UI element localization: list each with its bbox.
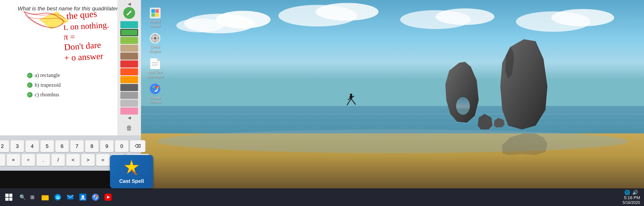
svg-point-7 bbox=[436, 8, 494, 25]
svg-text:+ o answer: + o answer bbox=[64, 51, 104, 63]
star-wand-icon bbox=[124, 159, 140, 175]
key-9[interactable]: 9 bbox=[100, 140, 114, 152]
color-light-gray[interactable] bbox=[120, 100, 138, 107]
new-text-label: New Text Document bbox=[144, 70, 166, 79]
key-multiply[interactable]: × bbox=[6, 154, 20, 166]
taskbar-file-explorer[interactable] bbox=[39, 191, 51, 203]
color-red[interactable] bbox=[120, 60, 138, 67]
clock-date1[interactable]: 5/16/2020 bbox=[622, 200, 640, 205]
desktop-icon-roblox[interactable]: Roblox Studio bbox=[143, 6, 167, 29]
color-scroll-up[interactable]: ◀ bbox=[128, 1, 131, 6]
cast-spell-star-icon bbox=[124, 159, 140, 177]
taskbar-mail[interactable] bbox=[64, 191, 76, 203]
key-less[interactable]: < bbox=[66, 154, 80, 166]
svg-rect-69 bbox=[42, 196, 49, 200]
key-dot[interactable]: . bbox=[36, 154, 50, 166]
key-slash[interactable]: / bbox=[51, 154, 65, 166]
desktop-icon-chrome[interactable]: Google Chrome bbox=[143, 82, 167, 105]
cast-spell-button[interactable]: Cast Spell bbox=[110, 155, 153, 188]
svg-point-15 bbox=[157, 130, 628, 153]
key-6[interactable]: 6 bbox=[55, 140, 69, 152]
taskbar-edge[interactable] bbox=[52, 191, 64, 203]
color-light-green[interactable] bbox=[120, 37, 138, 44]
svg-rect-31 bbox=[150, 8, 160, 18]
svg-text:t. on nothing.: t. on nothing. bbox=[63, 20, 109, 32]
svg-rect-70 bbox=[42, 195, 45, 197]
key-minus[interactable]: - bbox=[0, 154, 5, 166]
chrome-label: Google Chrome bbox=[144, 96, 166, 104]
key-2[interactable]: 2 bbox=[0, 140, 9, 152]
pencil-icon bbox=[126, 10, 132, 16]
key-divide[interactable]: ÷ bbox=[22, 154, 35, 166]
color-tan[interactable] bbox=[120, 45, 138, 52]
taskbar-pinned-icons bbox=[37, 188, 116, 206]
svg-rect-32 bbox=[152, 9, 155, 13]
key-8[interactable]: 8 bbox=[85, 140, 99, 152]
svg-text:✓: ✓ bbox=[28, 83, 31, 87]
svg-point-63 bbox=[27, 92, 32, 97]
question-text: What is the best name for this quadrilat… bbox=[18, 5, 125, 12]
taskbar-clock-area[interactable]: 🌐 🔊 5:16 PM 5/16/2020 bbox=[622, 190, 644, 205]
drawing-area[interactable]: What is the best name for this quadrilat… bbox=[0, 0, 141, 135]
svg-text:π =: π = bbox=[64, 32, 75, 41]
svg-marker-44 bbox=[157, 58, 160, 61]
clock-time[interactable]: 5:16 PM bbox=[624, 195, 640, 200]
new-text-icon bbox=[149, 58, 161, 69]
color-scroll-down[interactable]: ◀ bbox=[128, 115, 131, 120]
svg-rect-35 bbox=[155, 13, 159, 17]
key-4[interactable]: 4 bbox=[25, 140, 39, 152]
sound-icon[interactable]: 🔊 bbox=[632, 190, 638, 195]
svg-rect-12 bbox=[141, 118, 644, 118]
svg-rect-33 bbox=[155, 9, 159, 13]
color-medium-gray[interactable] bbox=[120, 92, 138, 99]
key-greater[interactable]: > bbox=[81, 154, 95, 166]
key-equals[interactable]: = bbox=[96, 154, 110, 166]
svg-text:a) rectangle: a) rectangle bbox=[35, 72, 60, 78]
svg-rect-11 bbox=[141, 114, 644, 114]
color-teal[interactable] bbox=[120, 21, 138, 28]
svg-point-9 bbox=[551, 9, 614, 26]
svg-point-2 bbox=[216, 11, 270, 28]
desktop-icon-cheat-engine[interactable]: Cheat Engine bbox=[143, 31, 167, 54]
color-pink[interactable] bbox=[120, 108, 138, 115]
taskbar-taskview-button[interactable]: ⊞ bbox=[28, 192, 37, 202]
key-5[interactable]: 5 bbox=[40, 140, 54, 152]
network-icon[interactable]: 🌐 bbox=[624, 190, 630, 195]
svg-point-3 bbox=[176, 19, 224, 32]
svg-rect-13 bbox=[141, 123, 644, 123]
cheat-engine-label: Cheat Engine bbox=[144, 45, 166, 53]
svg-text:c) rhombus: c) rhombus bbox=[35, 91, 59, 97]
svg-text:✓: ✓ bbox=[28, 74, 31, 77]
key-7[interactable]: 7 bbox=[70, 140, 84, 152]
color-green[interactable] bbox=[120, 29, 138, 36]
svg-text:b) trapezoid: b) trapezoid bbox=[35, 82, 61, 88]
taskbar-chrome[interactable] bbox=[90, 191, 101, 203]
color-toolbar: ◀ ◀ 🗑 bbox=[118, 0, 141, 135]
color-dark-gray[interactable] bbox=[120, 84, 138, 91]
wallpaper bbox=[141, 0, 644, 188]
desktop-icons-area: Roblox Studio Cheat Engine bbox=[143, 6, 167, 105]
chrome-icon bbox=[149, 83, 161, 95]
taskbar-search-button[interactable]: 🔍 bbox=[18, 192, 28, 202]
pencil-tool-button[interactable] bbox=[123, 7, 135, 19]
taskbar-youtube[interactable] bbox=[102, 191, 114, 203]
svg-point-5 bbox=[316, 3, 378, 20]
taskbar-photos[interactable] bbox=[77, 191, 89, 203]
svg-point-74 bbox=[82, 195, 84, 198]
key-3[interactable]: 3 bbox=[10, 140, 24, 152]
svg-marker-51 bbox=[40, 11, 68, 29]
svg-point-23 bbox=[350, 94, 352, 96]
svg-text:✓: ✓ bbox=[28, 93, 31, 96]
taskbar: 🔍 ⊞ bbox=[0, 188, 644, 206]
keyboard-row-1: 2 3 4 5 6 7 8 9 0 ⌫ bbox=[0, 140, 146, 152]
color-orange[interactable] bbox=[120, 76, 138, 83]
svg-point-19 bbox=[456, 97, 470, 115]
start-button[interactable] bbox=[0, 188, 18, 206]
color-orange-red[interactable] bbox=[120, 68, 138, 75]
desktop-icon-new-text[interactable]: New Text Document bbox=[143, 56, 167, 80]
key-backspace[interactable]: ⌫ bbox=[130, 140, 146, 152]
delete-button[interactable]: 🗑 bbox=[123, 122, 135, 134]
roblox-icon bbox=[149, 7, 161, 19]
key-0[interactable]: 0 bbox=[115, 140, 128, 152]
color-brown[interactable] bbox=[120, 53, 138, 60]
